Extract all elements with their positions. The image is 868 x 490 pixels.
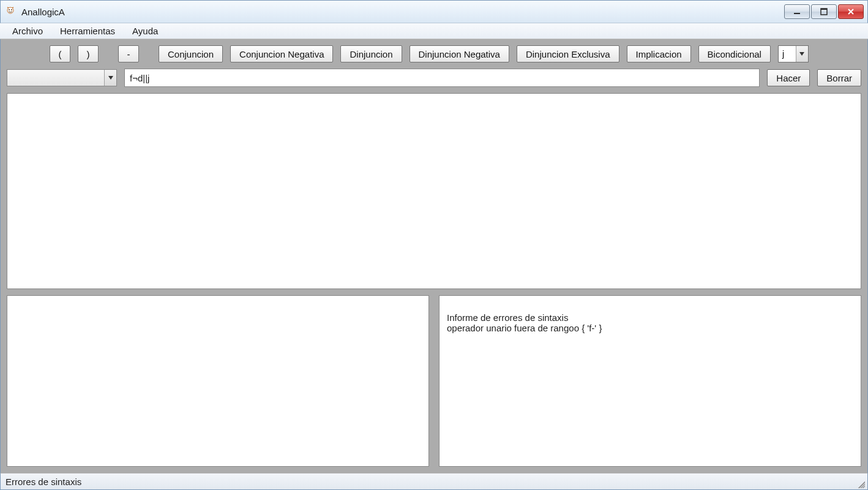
statusbar-text: Errores de sintaxis [6, 477, 81, 487]
svg-rect-5 [794, 13, 800, 14]
do-button[interactable]: Hacer [767, 69, 810, 86]
menubar: Archivo Herramientas Ayuda [0, 23, 868, 39]
negation-button[interactable]: - [118, 45, 139, 62]
svg-rect-7 [821, 9, 827, 10]
close-paren-button[interactable]: ) [78, 45, 99, 62]
close-button[interactable] [838, 4, 864, 19]
formula-input[interactable]: f¬d||j [124, 69, 760, 87]
minimize-button[interactable] [784, 4, 810, 19]
svg-point-1 [9, 9, 10, 10]
window-title: AnallogicA [21, 7, 65, 17]
dinjuncion-exclusiva-button[interactable]: Dinjuncion Exclusiva [517, 45, 619, 62]
menu-herramientas[interactable]: Herramientas [51, 23, 124, 39]
maximize-button[interactable] [811, 4, 837, 19]
svg-point-2 [11, 9, 12, 10]
formula-input-value: f¬d||j [130, 73, 149, 83]
svg-line-3 [7, 7, 9, 8]
resize-grip-icon[interactable] [856, 480, 865, 488]
open-paren-button[interactable]: ( [50, 45, 70, 62]
app-icon [4, 6, 17, 18]
implicacion-button[interactable]: Implicacion [627, 45, 691, 62]
conjuncion-negativa-button[interactable]: Conjuncion Negativa [230, 45, 333, 62]
bicondicional-button[interactable]: Bicondicional [698, 45, 771, 62]
history-select[interactable] [7, 69, 117, 86]
syntax-error-content: Informe de errores de sintaxis operador … [447, 312, 602, 333]
titlebar: AnallogicA [0, 0, 868, 23]
formula-row: f¬d||j Hacer Borrar [7, 69, 861, 87]
dinjuncion-negativa-button[interactable]: Dinjuncion Negativa [410, 45, 509, 62]
syntax-error-panel[interactable]: Informe de errores de sintaxis operador … [439, 295, 861, 467]
chevron-down-icon [796, 46, 808, 62]
chevron-down-icon [104, 70, 116, 86]
variable-select-value: j [782, 49, 784, 59]
svg-line-4 [12, 7, 13, 8]
menu-ayuda[interactable]: Ayuda [124, 23, 166, 39]
conjuncion-button[interactable]: Conjuncion [159, 45, 223, 62]
left-output-panel[interactable] [7, 295, 429, 467]
clear-button[interactable]: Borrar [817, 69, 861, 86]
operator-toolbar: ( ) - Conjuncion Conjuncion Negativa Din… [7, 45, 861, 62]
menu-archivo[interactable]: Archivo [4, 23, 51, 39]
window-controls [784, 4, 864, 19]
main-output-panel[interactable] [7, 93, 861, 289]
variable-select[interactable]: j [778, 45, 809, 62]
bottom-panels: Informe de errores de sintaxis operador … [7, 295, 861, 467]
statusbar: Errores de sintaxis [0, 473, 868, 490]
dinjuncion-button[interactable]: Dinjuncion [340, 45, 402, 62]
app-body: ( ) - Conjuncion Conjuncion Negativa Din… [0, 39, 868, 473]
